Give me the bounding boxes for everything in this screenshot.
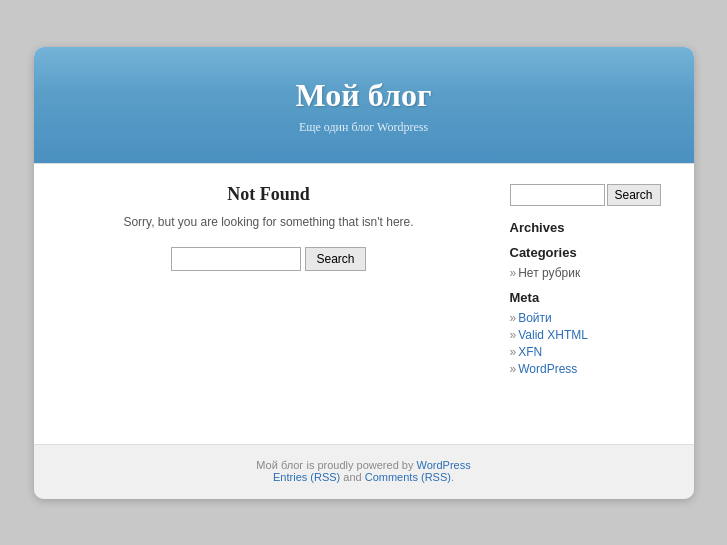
page-wrapper: Мой блог Еще один блог Wordpress Not Fou… [34,47,694,499]
footer-period: . [451,471,454,483]
footer-wordpress-link[interactable]: WordPress [417,459,471,471]
footer-comments-link[interactable]: Comments (RSS) [365,471,451,483]
categories-empty-item: Нет рубрик [510,266,670,280]
main-search-form: Search [58,247,480,271]
meta-xhtml-link[interactable]: Valid XHTML [518,328,588,342]
site-tagline: Еще один блог Wordpress [54,120,674,135]
not-found-text: Sorry, but you are looking for something… [58,215,480,229]
sidebar-search-button[interactable]: Search [607,184,661,206]
sidebar-search-input[interactable] [510,184,605,206]
sidebar-search-form: Search [510,184,670,206]
categories-empty-label: Нет рубрик [518,266,580,280]
main-search-button[interactable]: Search [305,247,365,271]
site-header: Мой блог Еще один блог Wordpress [34,47,694,163]
not-found-title: Not Found [58,184,480,205]
meta-xhtml-item: Valid XHTML [510,328,670,342]
categories-title: Categories [510,245,670,260]
footer-line2: Entries (RSS) and Comments (RSS). [44,471,684,483]
footer-line1: Мой блог is proudly powered by WordPress [44,459,684,471]
meta-wordpress-link[interactable]: WordPress [518,362,577,376]
main-search-input[interactable] [171,247,301,271]
meta-xfn-link[interactable]: XFN [518,345,542,359]
footer-text: Мой блог is proudly powered by [256,459,416,471]
site-footer: Мой блог is proudly powered by WordPress… [34,444,694,499]
meta-wordpress-item: WordPress [510,362,670,376]
footer-entries-link[interactable]: Entries (RSS) [273,471,340,483]
meta-login-link[interactable]: Войти [518,311,552,325]
main-column: Not Found Sorry, but you are looking for… [58,184,490,424]
meta-xfn-item: XFN [510,345,670,359]
footer-and: and [340,471,364,483]
sidebar: Search Archives Categories Нет рубрик Me… [510,184,670,424]
site-title: Мой блог [54,77,674,114]
archives-title: Archives [510,220,670,235]
meta-login-item: Войти [510,311,670,325]
content-area: Not Found Sorry, but you are looking for… [34,164,694,444]
meta-title: Meta [510,290,670,305]
